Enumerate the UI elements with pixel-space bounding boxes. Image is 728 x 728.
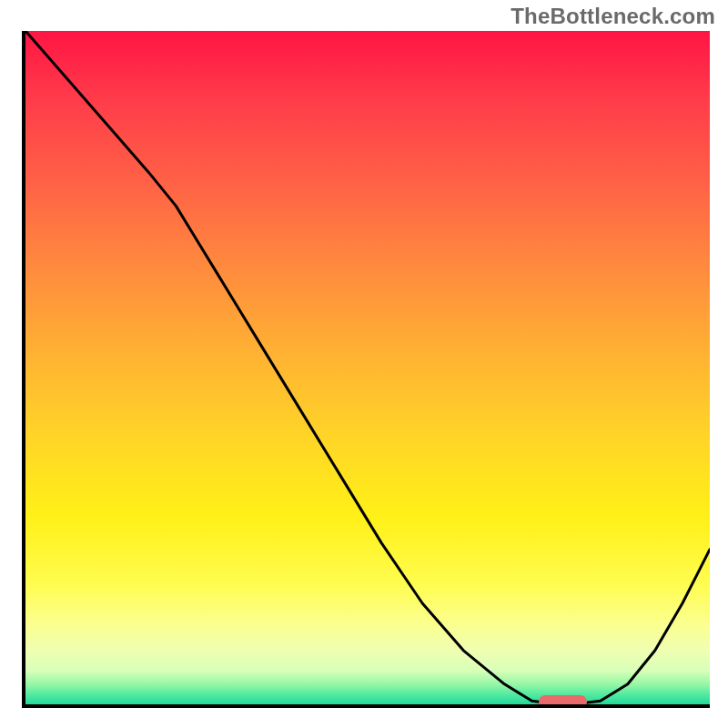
chart-container: TheBottleneck.com [0, 0, 728, 728]
watermark-text: TheBottleneck.com [511, 4, 715, 29]
plot-area [22, 31, 710, 708]
bottleneck-curve [25, 31, 710, 704]
optimal-range-marker [539, 695, 587, 708]
